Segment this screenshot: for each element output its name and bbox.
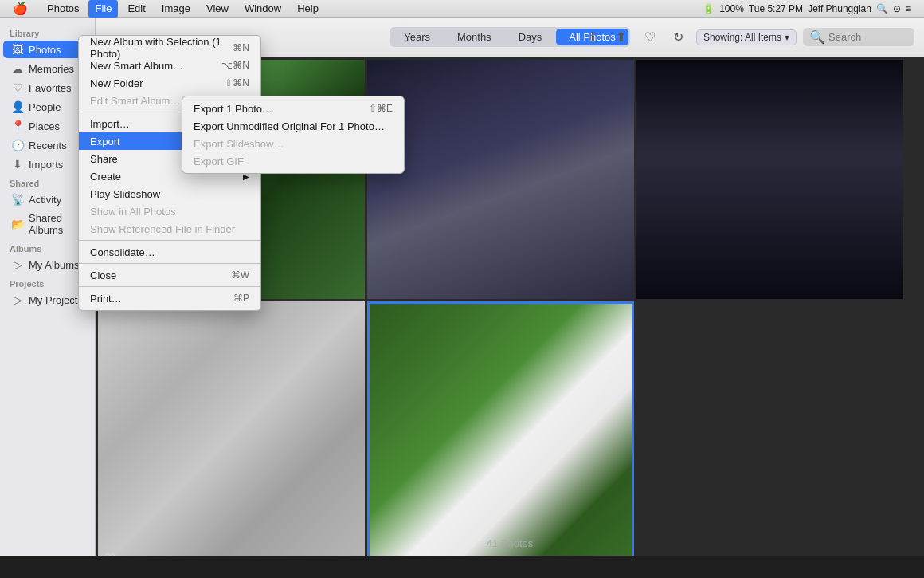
new-folder-label: New Folder	[90, 77, 143, 89]
show-all-photos-label: Show in All Photos	[90, 206, 176, 218]
menu-print[interactable]: Print… ⌘P	[79, 289, 260, 307]
separator-4	[79, 286, 260, 287]
print-label: Print…	[90, 293, 122, 305]
show-referenced-label: Show Referenced File in Finder	[90, 223, 235, 235]
new-album-selection-label: New Album with Selection (1 Photo)	[90, 36, 233, 60]
apple-menu[interactable]: 🍎	[6, 0, 34, 18]
list-icon[interactable]: ≡	[906, 3, 911, 14]
username: Jeff Phungglan	[808, 3, 871, 14]
new-smart-album-shortcut: ⌥⌘N	[221, 60, 249, 71]
new-smart-album-label: New Smart Album…	[90, 60, 183, 72]
export-unmodified-label: Export Unmodified Original For 1 Photo…	[194, 120, 385, 132]
menu-photos[interactable]: Photos	[41, 0, 85, 18]
menu-play-slideshow[interactable]: Play Slideshow	[79, 185, 260, 202]
edit-smart-album-label: Edit Smart Album…	[90, 95, 180, 107]
new-album-selection-shortcut: ⌘N	[233, 42, 249, 53]
export-gif-label: Export GIF	[194, 155, 244, 167]
submenu-export-unmodified[interactable]: Export Unmodified Original For 1 Photo…	[182, 117, 404, 135]
consolidate-label: Consolidate…	[90, 246, 155, 258]
battery-icon: 🔋	[703, 3, 715, 14]
export-submenu: Export 1 Photo… ⇧⌘E Export Unmodified Or…	[182, 96, 405, 174]
menu-view[interactable]: View	[200, 0, 235, 18]
menu-close[interactable]: Close ⌘W	[79, 266, 260, 284]
menu-file[interactable]: File	[88, 0, 118, 18]
menu-bar: 🍎 Photos File Edit Image View Window Hel…	[0, 0, 924, 18]
siri-icon[interactable]: ⊙	[893, 3, 901, 14]
export-1-photo-label: Export 1 Photo…	[194, 103, 272, 115]
menu-new-smart-album[interactable]: New Smart Album… ⌥⌘N	[79, 57, 260, 74]
menu-new-folder[interactable]: New Folder ⇧⌘N	[79, 74, 260, 92]
menu-image[interactable]: Image	[155, 0, 197, 18]
dropdown-overlay[interactable]: New Album with Selection (1 Photo) ⌘N Ne…	[0, 35, 924, 556]
app-container: Library 🖼 Photos ☁ Memories ♡ Favorites …	[0, 18, 924, 556]
menu-show-all-photos: Show in All Photos	[79, 202, 260, 220]
menu-window[interactable]: Window	[238, 0, 288, 18]
share-label: Share	[90, 153, 118, 165]
separator-3	[79, 263, 260, 264]
play-slideshow-label: Play Slideshow	[90, 188, 160, 200]
menu-edit[interactable]: Edit	[121, 0, 151, 18]
status-area: 🔋 100% Tue 5:27 PM Jeff Phungglan 🔍 ⊙ ≡	[703, 3, 918, 14]
export-label: Export	[90, 136, 120, 147]
menu-show-referenced: Show Referenced File in Finder	[79, 220, 260, 238]
submenu-export-gif: Export GIF	[182, 152, 404, 170]
new-folder-shortcut: ⇧⌘N	[225, 77, 249, 88]
import-label: Import…	[90, 118, 130, 130]
close-label: Close	[90, 269, 116, 281]
menu-help[interactable]: Help	[291, 0, 325, 18]
menu-new-album-selection[interactable]: New Album with Selection (1 Photo) ⌘N	[79, 39, 260, 57]
search-menubar-icon[interactable]: 🔍	[876, 3, 888, 14]
submenu-export-1-photo[interactable]: Export 1 Photo… ⇧⌘E	[182, 100, 404, 117]
create-label: Create	[90, 171, 121, 183]
export-slideshow-label: Export Slideshow…	[194, 138, 284, 150]
submenu-export-slideshow: Export Slideshow…	[182, 135, 404, 152]
export-1-photo-shortcut: ⇧⌘E	[369, 103, 393, 114]
menu-consolidate[interactable]: Consolidate…	[79, 243, 260, 261]
battery-percent: 100%	[719, 3, 744, 14]
datetime: Tue 5:27 PM	[749, 3, 803, 14]
close-shortcut: ⌘W	[231, 269, 249, 281]
print-shortcut: ⌘P	[233, 293, 249, 304]
separator-2	[79, 240, 260, 241]
